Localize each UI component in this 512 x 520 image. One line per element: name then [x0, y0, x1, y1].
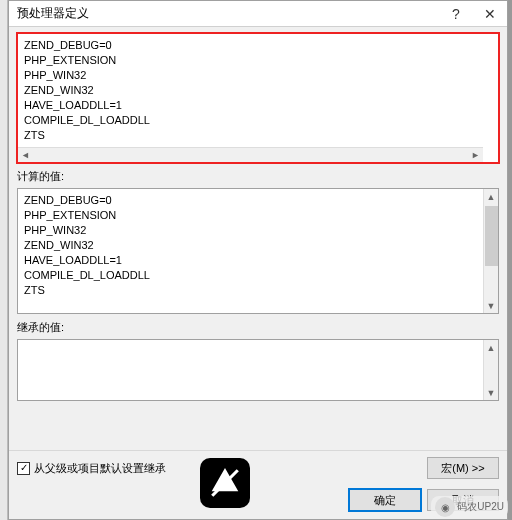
translate-off-icon: [208, 466, 242, 500]
close-icon: ✕: [484, 6, 496, 22]
v-scrollbar-calc[interactable]: ▲ ▼: [483, 189, 498, 313]
scroll-up-icon: ▲: [484, 340, 499, 355]
checkbox-label: 从父级或项目默认设置继承: [34, 461, 166, 476]
calculated-text: ZEND_DEBUG=0 PHP_EXTENSION PHP_WIN32 ZEN…: [18, 189, 498, 302]
ok-button[interactable]: 确定: [349, 489, 421, 511]
v-scrollbar-inherit[interactable]: ▲ ▼: [483, 340, 498, 400]
calculated-values-box: ZEND_DEBUG=0 PHP_EXTENSION PHP_WIN32 ZEN…: [17, 188, 499, 314]
scroll-down-icon: ▼: [484, 385, 499, 400]
watermark-avatar-icon: ◉: [435, 497, 455, 517]
help-button[interactable]: ?: [439, 1, 473, 26]
dialog-body: ZEND_DEBUG=0 PHP_EXTENSION PHP_WIN32 ZEN…: [9, 27, 507, 450]
checkbox-box: ✓: [17, 462, 30, 475]
inherited-text: [18, 340, 498, 348]
macros-label: 宏(M) >>: [441, 461, 484, 476]
scroll-down-icon: ▼: [484, 298, 499, 313]
h-scrollbar[interactable]: ◄ ►: [18, 147, 483, 162]
scroll-right-icon: ►: [468, 148, 483, 163]
ok-label: 确定: [374, 493, 396, 508]
macros-button[interactable]: 宏(M) >>: [427, 457, 499, 479]
definitions-text: ZEND_DEBUG=0 PHP_EXTENSION PHP_WIN32 ZEN…: [18, 34, 498, 147]
watermark-text: 码农UP2U: [457, 500, 504, 514]
overlay-app-icon: [200, 458, 250, 508]
checkmark-icon: ✓: [20, 463, 28, 473]
help-icon: ?: [452, 6, 460, 22]
preprocessor-definitions-dialog: 预处理器定义 ? ✕ ZEND_DEBUG=0 PHP_EXTENSION PH…: [8, 0, 508, 520]
scroll-left-icon: ◄: [18, 148, 33, 163]
inherited-values-box: ▲ ▼: [17, 339, 499, 401]
inherited-label: 继承的值:: [17, 320, 499, 335]
definitions-textarea[interactable]: ZEND_DEBUG=0 PHP_EXTENSION PHP_WIN32 ZEN…: [17, 33, 499, 163]
inherit-checkbox[interactable]: ✓ 从父级或项目默认设置继承: [17, 461, 166, 476]
footer-row: ✓ 从父级或项目默认设置继承 宏(M) >>: [9, 450, 507, 489]
background-window-sliver: [0, 0, 8, 520]
watermark-badge: ◉ 码农UP2U: [431, 496, 508, 518]
dialog-title: 预处理器定义: [17, 5, 89, 22]
scroll-thumb[interactable]: [485, 206, 498, 266]
close-button[interactable]: ✕: [473, 1, 507, 26]
scroll-up-icon: ▲: [484, 189, 499, 204]
calculated-label: 计算的值:: [17, 169, 499, 184]
titlebar[interactable]: 预处理器定义 ? ✕: [9, 1, 507, 27]
